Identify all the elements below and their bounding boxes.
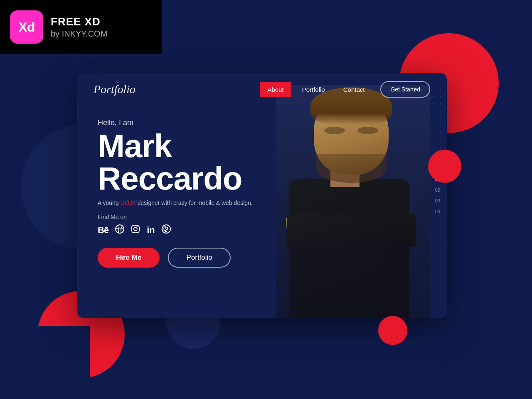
hire-me-button[interactable]: Hire Me: [98, 248, 160, 268]
xd-logo-icon: Xd: [10, 10, 43, 44]
nav-logo: Portfolio: [94, 83, 135, 96]
svg-point-2: [134, 227, 137, 231]
xd-badge: Xd FREE XD by INKYY.COM: [0, 0, 162, 54]
dribbble-icon[interactable]: [115, 224, 124, 236]
xd-info: FREE XD by INKYY.COM: [51, 15, 107, 39]
navbar: Portfolio About Portfolio Contact Get St…: [77, 73, 447, 106]
circle-mid-right-decoration: [428, 150, 461, 183]
hero-section: Hello, I am Mark Reccardo A young UI/UX …: [77, 106, 447, 268]
hero-bio: A young UI/UX designer with crazy for mo…: [98, 200, 272, 206]
nav-item-contact[interactable]: Contact: [336, 82, 372, 97]
page-num-4[interactable]: 04: [435, 209, 440, 214]
portfolio-button[interactable]: Portfolio: [168, 248, 230, 268]
xd-logo-text: Xd: [19, 20, 35, 35]
nav-links: About Portfolio Contact Get Started: [260, 81, 430, 98]
behance-icon[interactable]: Bē: [98, 225, 108, 236]
xd-by-text: by INKYY.COM: [51, 29, 107, 39]
page-num-2[interactable]: 02: [435, 187, 440, 192]
nav-item-about[interactable]: About: [260, 82, 291, 97]
nav-get-started-button[interactable]: Get Started: [380, 81, 430, 98]
hero-name: Mark Reccardo: [98, 130, 426, 195]
instagram-icon[interactable]: [131, 224, 140, 236]
pinterest-icon[interactable]: [162, 224, 171, 236]
bio-highlight: UI/UX: [121, 200, 136, 206]
linkedin-icon[interactable]: in: [147, 225, 155, 236]
svg-point-3: [137, 226, 138, 227]
hero-greeting: Hello, I am: [98, 118, 426, 127]
xd-free-text: FREE XD: [51, 15, 107, 28]
nav-item-portfolio[interactable]: Portfolio: [295, 82, 332, 97]
circle-bottom-right-decoration: [378, 316, 407, 345]
hero-last-name: Reccardo: [98, 162, 426, 195]
cta-buttons-group: Hire Me Portfolio: [98, 248, 426, 268]
page-num-3[interactable]: 03: [435, 198, 440, 203]
find-me-label: Find Me on: [98, 214, 426, 220]
portfolio-card: Portfolio About Portfolio Contact Get St…: [77, 73, 447, 318]
hero-first-name: Mark: [98, 130, 426, 162]
social-icons-group: Bē in: [98, 224, 426, 236]
page-indicators: 01 02 03 04: [435, 177, 440, 214]
